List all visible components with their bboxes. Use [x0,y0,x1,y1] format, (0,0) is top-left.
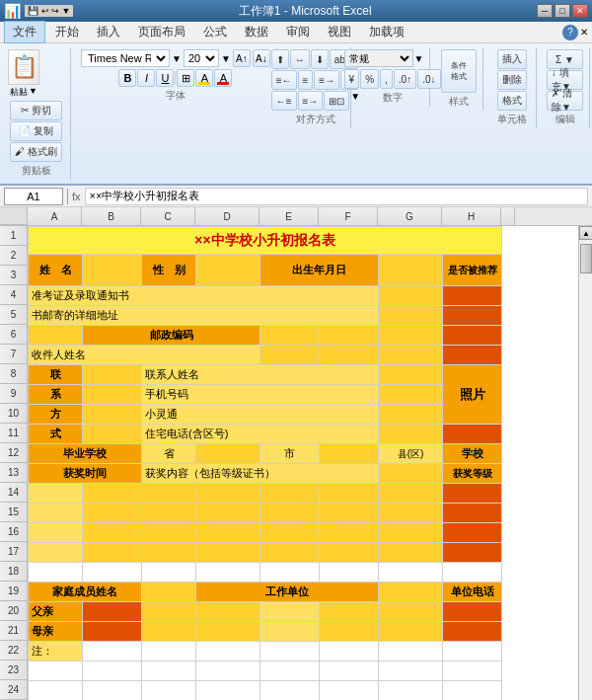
row-header-15[interactable]: 15 [0,503,28,522]
paste-dropdown[interactable]: ▼ [29,86,37,99]
cell-g12[interactable] [379,464,443,484]
row-header-16[interactable]: 16 [0,522,28,542]
menu-view[interactable]: 视图 [320,22,359,42]
title-cell[interactable]: ××中学校小升初报名表 [29,227,502,255]
cell-g2[interactable] [379,255,443,286]
underline-button[interactable]: U [156,69,174,87]
cell-g9[interactable] [379,405,443,425]
cell-a16[interactable] [29,543,83,563]
cell-a20[interactable]: 母亲 [29,622,83,642]
decimal-increase-button[interactable]: .0↑ [394,69,416,89]
row-header-18[interactable]: 18 [0,562,28,582]
cell-f15[interactable] [320,523,379,543]
cell-d11[interactable] [196,444,260,464]
cell-a2[interactable]: 姓 名 [29,255,83,286]
cell-a6[interactable]: 收件人姓名 [29,346,260,365]
cell-h11[interactable]: 学校 [443,444,502,464]
cell-h7-photo[interactable]: 照片 [443,365,502,425]
insert-cell-button[interactable]: 插入 [497,49,527,69]
row-header-20[interactable]: 20 [0,601,28,621]
cell-a23[interactable] [29,681,83,701]
cell-g14[interactable] [379,504,443,523]
cell-f11[interactable] [320,444,379,464]
cell-a15[interactable] [29,523,83,543]
row-header-8[interactable]: 8 [0,364,28,384]
quick-access[interactable]: 💾 ↩ ↪ ▼ [25,5,73,17]
cell-h3[interactable] [443,286,502,306]
cell-g6[interactable] [379,346,443,365]
row-header-17[interactable]: 17 [0,542,28,562]
cell-b10[interactable] [83,425,142,444]
font-name-dropdown[interactable]: ▼ [172,53,182,64]
cell-c9[interactable]: 小灵通 [142,405,379,425]
cell-c21[interactable] [142,642,196,661]
col-header-b[interactable]: B [82,207,141,225]
cell-b20[interactable] [83,622,142,642]
col-header-a[interactable]: A [28,207,82,225]
cell-f5[interactable] [320,326,379,346]
cell-h14[interactable] [443,504,502,523]
cell-d21[interactable] [196,642,260,661]
cell-e17[interactable] [260,563,320,583]
cell-h17[interactable] [443,563,502,583]
cell-e19[interactable] [260,602,320,622]
cell-a8[interactable]: 系 [29,385,83,405]
row-header-2[interactable]: 2 [0,246,28,266]
cell-c16[interactable] [142,543,196,563]
percent-button[interactable]: % [360,69,379,89]
format-cell-button[interactable]: 格式 [497,91,527,111]
cell-f17[interactable] [320,563,379,583]
number-format-dropdown[interactable]: ▼ [414,53,424,64]
vertical-scrollbar[interactable]: ▲ ▼ [578,226,592,700]
cell-a3[interactable]: 准考证及录取通知书 [29,286,379,306]
cell-g18[interactable] [379,583,443,602]
row-header-23[interactable]: 23 [0,661,28,680]
col-header-h[interactable]: H [442,207,501,225]
merge-button[interactable]: ⊞⊡ [324,91,349,111]
cell-b5[interactable]: 邮政编码 [83,326,260,346]
menu-data[interactable]: 数据 [237,22,276,42]
cell-a14[interactable] [29,504,83,523]
cut-button[interactable]: ✂ 剪切 [10,101,62,120]
font-color-button[interactable]: A [214,69,232,87]
comma-button[interactable]: , [380,69,393,89]
row-header-1[interactable]: 1 [0,226,28,246]
col-header-c[interactable]: C [141,207,195,225]
clear-button[interactable]: ✗ 清除▼ [547,91,583,111]
menu-formula[interactable]: 公式 [195,22,235,42]
cell-g22[interactable] [379,661,443,681]
cell-d19[interactable] [196,602,260,622]
cell-d20[interactable] [196,622,260,642]
align-center-button[interactable]: ≡ [298,70,314,90]
cell-g11[interactable]: 县(区) [379,444,443,464]
row-header-19[interactable]: 19 [0,582,28,601]
cell-c14[interactable] [142,504,196,523]
close-excel-icon[interactable]: ✕ [580,27,588,38]
cell-a22[interactable] [29,661,83,681]
cell-f23[interactable] [320,681,379,701]
cell-e22[interactable] [260,661,320,681]
cell-b14[interactable] [83,504,142,523]
conditional-format-button[interactable]: 条件格式 [441,49,477,93]
cell-f22[interactable] [320,661,379,681]
cell-b22[interactable] [83,661,142,681]
cell-b13[interactable] [83,484,142,504]
delete-cell-button[interactable]: 删除 [497,70,527,90]
cell-b2[interactable] [83,255,142,286]
cell-a19[interactable]: 父亲 [29,602,83,622]
formula-functions-button[interactable]: fx [72,191,81,202]
copy-button[interactable]: 📄 复制 [10,121,62,141]
cell-e20[interactable] [260,622,320,642]
cell-f6[interactable] [320,346,379,365]
cell-b8[interactable] [83,385,142,405]
cell-e14[interactable] [260,504,320,523]
format-painter-button[interactable]: 🖌 格式刷 [10,142,62,162]
cell-c22[interactable] [142,661,196,681]
row-header-24[interactable]: 24 [0,680,28,700]
cell-f20[interactable] [320,622,379,642]
row-header-10[interactable]: 10 [0,404,28,424]
cell-h18[interactable]: 单位电话 [443,583,502,602]
menu-start[interactable]: 开始 [47,22,87,42]
paste-button[interactable]: 📋 [8,49,39,85]
cell-e5[interactable] [260,326,320,346]
